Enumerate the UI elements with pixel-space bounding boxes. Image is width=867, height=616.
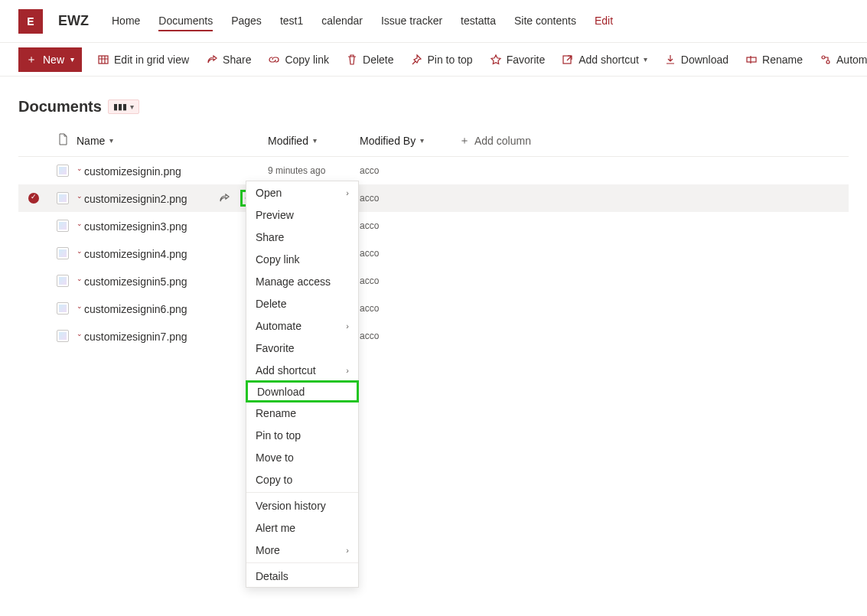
modifiedby-cell: acco [360, 275, 459, 286]
cmd-share[interactable]: Share [206, 54, 251, 66]
menu-item-favorite[interactable]: Favorite [246, 337, 358, 359]
cmd-favorite[interactable]: Favorite [490, 54, 546, 66]
menu-item-version-history[interactable]: Version history [246, 494, 358, 517]
menu-label: Favorite [256, 342, 295, 354]
nav-item-documents[interactable]: Documents [158, 11, 213, 31]
menu-label: Move to [256, 451, 294, 464]
nav-item-testatta[interactable]: testatta [461, 11, 496, 31]
file-name[interactable]: ⌄customizesignin2.png [77, 192, 187, 205]
col-type[interactable] [49, 133, 77, 148]
cmd-label: Share [223, 54, 251, 66]
pin-icon [410, 54, 422, 66]
cmd-copy-link[interactable]: Copy link [268, 54, 329, 66]
col-name-header[interactable]: Name ▾ [77, 135, 268, 147]
menu-label: Add shortcut [256, 364, 316, 376]
cmd-label: Automate [836, 54, 867, 66]
file-name[interactable]: ⌄customizesignin3.png [77, 220, 187, 233]
nav-item-issue-tracker[interactable]: Issue tracker [381, 11, 442, 31]
view-icon: ▮▮▮ [113, 102, 127, 112]
modifiedby-cell: acco [360, 165, 459, 176]
file-name[interactable]: ⌄customizesignin7.png [77, 330, 187, 343]
link-icon [268, 54, 280, 66]
cmd-download[interactable]: Download [664, 54, 728, 66]
site-logo[interactable]: E [18, 9, 43, 34]
cmd-edit-in-grid-view[interactable]: Edit in grid view [97, 54, 189, 66]
modifiedby-cell: acco [360, 220, 459, 231]
image-file-icon [57, 220, 69, 232]
menu-item-details[interactable]: Details [246, 565, 358, 587]
menu-item-delete[interactable]: Delete [246, 292, 358, 315]
cmd-pin-to-top[interactable]: Pin to top [410, 54, 472, 66]
cmd-label: Delete [363, 54, 393, 66]
menu-item-manage-access[interactable]: Manage access [246, 270, 358, 292]
flow-icon [820, 54, 832, 66]
col-modified-header[interactable]: Modified ▾ [268, 135, 360, 147]
cmd-rename[interactable]: Rename [745, 54, 803, 66]
menu-item-pin-to-top[interactable]: Pin to top [246, 424, 358, 446]
col-modified-label: Modified [268, 135, 308, 147]
menu-item-automate[interactable]: Automate› [246, 315, 358, 337]
chevron-down-icon: ▾ [70, 55, 74, 64]
table-row[interactable]: ⌄customizesignin4.png acco [18, 240, 849, 267]
menu-item-preview[interactable]: Preview [246, 204, 358, 226]
table-row[interactable]: ⌄customizesignin.png 9 minutes ago acco [18, 157, 849, 184]
menu-item-download[interactable]: Download [246, 380, 359, 403]
table-row[interactable]: ⌄customizesignin6.png acco [18, 295, 849, 322]
cmd-automate[interactable]: Automate▾ [820, 54, 867, 66]
cmd-label: Add shortcut [579, 54, 639, 66]
file-name[interactable]: ⌄customizesignin5.png [77, 275, 187, 288]
chevron-right-icon: › [346, 546, 349, 555]
library-heading: Documents ▮▮▮ ▾ [0, 77, 867, 125]
chevron-right-icon: › [346, 321, 349, 331]
cmd-add-shortcut[interactable]: Add shortcut▾ [562, 54, 647, 66]
new-button[interactable]: ＋ New ▾ [18, 47, 82, 72]
file-name[interactable]: ⌄customizesignin.png [77, 165, 181, 178]
nav-item-calendar[interactable]: calendar [321, 11, 363, 31]
modifiedby-cell: acco [360, 248, 459, 259]
table-row[interactable]: ⌄customizesignin2.png ··· acco [18, 184, 849, 212]
image-file-icon [57, 330, 69, 342]
site-title[interactable]: EWZ [58, 13, 89, 29]
nav-item-pages[interactable]: Pages [231, 11, 262, 31]
menu-item-move-to[interactable]: Move to [246, 446, 358, 468]
menu-item-copy-link[interactable]: Copy link [246, 248, 358, 270]
col-modifiedby-label: Modified By [360, 135, 416, 147]
site-header: E EWZ HomeDocumentsPagestest1calendarIss… [0, 0, 867, 43]
document-list: Name ▾ Modified ▾ Modified By ▾ ＋ Add co… [0, 125, 867, 350]
col-add-column[interactable]: ＋ Add column [459, 134, 849, 148]
col-modifiedby-header[interactable]: Modified By ▾ [360, 135, 459, 147]
cmd-label: Edit in grid view [114, 54, 189, 66]
file-name[interactable]: ⌄customizesignin6.png [77, 302, 187, 315]
menu-item-open[interactable]: Open› [246, 181, 358, 204]
menu-label: Open [256, 187, 282, 199]
menu-label: Download [257, 386, 305, 398]
table-row[interactable]: ⌄customizesignin3.png acco [18, 212, 849, 240]
nav-item-site-contents[interactable]: Site contents [514, 11, 576, 31]
view-switcher[interactable]: ▮▮▮ ▾ [108, 99, 139, 114]
table-row[interactable]: ⌄customizesignin7.png acco [18, 322, 849, 350]
menu-item-add-shortcut[interactable]: Add shortcut› [246, 359, 358, 381]
chevron-down-icon: ▾ [313, 136, 317, 145]
table-row[interactable]: ⌄customizesignin5.png acco [18, 267, 849, 295]
menu-label: Copy link [256, 253, 300, 266]
share-inline-icon[interactable] [214, 190, 234, 207]
menu-label: Version history [256, 500, 326, 512]
cmd-label: Copy link [285, 54, 329, 66]
menu-item-copy-to[interactable]: Copy to [246, 468, 358, 491]
image-file-icon [57, 165, 69, 177]
chevron-right-icon: › [346, 188, 349, 197]
library-title: Documents [18, 98, 102, 116]
context-menu: Open›PreviewShareCopy linkManage accessD… [246, 181, 359, 588]
nav-item-edit[interactable]: Edit [595, 11, 613, 31]
nav-item-test1[interactable]: test1 [280, 11, 303, 31]
cmd-delete[interactable]: Delete [346, 54, 393, 66]
menu-item-more[interactable]: More› [246, 539, 358, 561]
top-nav: HomeDocumentsPagestest1calendarIssue tra… [112, 11, 613, 31]
nav-item-home[interactable]: Home [112, 11, 140, 31]
menu-label: Alert me [256, 522, 295, 534]
menu-item-share[interactable]: Share [246, 226, 358, 248]
selected-check-icon[interactable] [28, 193, 39, 204]
menu-item-alert-me[interactable]: Alert me [246, 517, 358, 539]
file-name[interactable]: ⌄customizesignin4.png [77, 247, 187, 260]
menu-item-rename[interactable]: Rename [246, 402, 358, 424]
